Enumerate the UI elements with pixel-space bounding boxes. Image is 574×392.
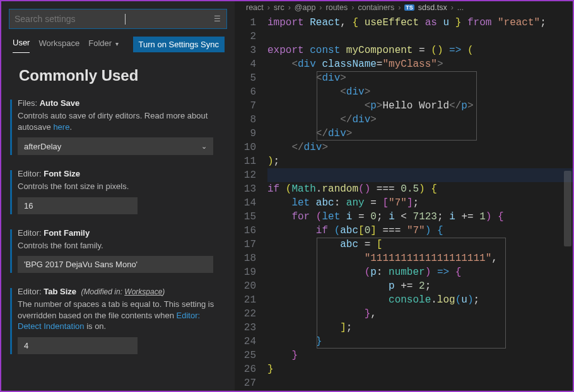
filter-icon[interactable]: ☰	[214, 14, 221, 23]
code-editor[interactable]: 1234567891011121314151617181920212223242…	[235, 13, 573, 391]
setting-desc: Controls the font size in pixels.	[18, 181, 218, 192]
chevron-right-icon: ›	[451, 3, 454, 12]
setting-autosave: Files: Auto Save Controls auto save of d…	[1, 92, 235, 163]
editor-panel: react› src› @app› routes› containers› TS…	[235, 1, 573, 391]
tabsize-input[interactable]: 4	[18, 337, 138, 354]
setting-key: Font Family	[44, 228, 90, 238]
setting-title: Editor: Font Family	[18, 228, 218, 238]
tab-folder[interactable]: Folder ▾	[88, 36, 118, 53]
chevron-down-icon: ⌄	[201, 142, 207, 151]
text-cursor	[125, 14, 126, 25]
section-title: Commonly Used	[1, 62, 235, 92]
setting-fontfamily: Editor: Font Family Controls the font fa…	[1, 222, 235, 281]
fontfamily-input[interactable]: 'BPG 2017 DejaVu Sans Mono'	[18, 256, 213, 273]
modified-indicator	[10, 288, 12, 354]
chevron-right-icon: ›	[398, 3, 401, 12]
chevron-right-icon: ›	[267, 3, 270, 12]
settings-sync-button[interactable]: Turn on Settings Sync	[133, 37, 225, 52]
setting-title: Files: Auto Save	[18, 98, 218, 108]
select-value: afterDelay	[24, 142, 61, 151]
setting-desc: Controls the font family.	[18, 240, 218, 251]
setting-category: Files:	[18, 98, 37, 108]
crumb[interactable]: containers	[358, 3, 394, 12]
setting-fontsize: Editor: Font Size Controls the font size…	[1, 163, 235, 222]
setting-category: Editor:	[18, 169, 42, 178]
settings-tabs-row: User Workspace Folder ▾ Turn on Settings…	[1, 33, 235, 53]
search-settings-input[interactable]: ☰	[9, 9, 227, 29]
modified-indicator	[10, 100, 12, 155]
chevron-right-icon: ›	[288, 3, 291, 12]
modnote-prefix: (Modified in:	[81, 287, 125, 296]
desc-text: Controls auto save of dirty editors. Rea…	[18, 111, 208, 132]
modified-indicator	[10, 229, 12, 274]
crumb-file[interactable]: sdsd.tsx	[418, 3, 447, 12]
tab-workspace[interactable]: Workspace	[38, 36, 79, 53]
setting-title: Editor: Font Size	[18, 169, 218, 178]
desc-tail: .	[69, 122, 72, 132]
crumb[interactable]: react	[246, 3, 264, 12]
setting-tabsize: Editor: Tab Size (Modified in: Workspace…	[1, 280, 235, 362]
setting-desc: The number of spaces a tab is equal to. …	[18, 299, 218, 332]
crumb[interactable]: src	[274, 3, 284, 12]
fontsize-input[interactable]: 16	[18, 197, 138, 214]
tab-user[interactable]: User	[13, 35, 30, 53]
vertical-scrollbar[interactable]	[564, 171, 571, 246]
typescript-icon: TS	[404, 4, 414, 11]
crumb-tail[interactable]: ...	[457, 3, 464, 12]
breadcrumb[interactable]: react› src› @app› routes› containers› TS…	[235, 1, 573, 13]
setting-key: Tab Size	[44, 287, 76, 296]
modified-indicator	[10, 170, 12, 214]
tab-folder-label: Folder	[88, 38, 112, 48]
settings-panel: ☰ User Workspace Folder ▾ Turn on Settin…	[1, 1, 235, 391]
code-area[interactable]: import React, { useEffect as u } from "r…	[267, 13, 573, 391]
setting-key: Font Size	[44, 169, 80, 178]
desc-tail: is on.	[85, 321, 107, 331]
autosave-doc-link[interactable]: here	[53, 122, 69, 132]
search-wrap: ☰	[1, 1, 235, 33]
setting-category: Editor:	[18, 287, 42, 296]
modified-note: (Modified in: Workspace)	[81, 287, 165, 296]
settings-scroll[interactable]: Commonly Used Files: Auto Save Controls …	[1, 53, 235, 391]
crumb[interactable]: routes	[326, 3, 348, 12]
line-gutter: 1234567891011121314151617181920212223242…	[235, 13, 267, 391]
autosave-select[interactable]: afterDelay ⌄	[18, 137, 213, 155]
app-frame: ☰ User Workspace Folder ▾ Turn on Settin…	[0, 0, 574, 392]
chevron-right-icon: ›	[351, 3, 354, 12]
modified-scope-link[interactable]: Workspace	[124, 287, 162, 296]
chevron-down-icon: ▾	[115, 40, 119, 47]
setting-category: Editor:	[18, 228, 42, 238]
modnote-suffix: )	[162, 287, 165, 296]
setting-key: Auto Save	[40, 98, 80, 108]
search-field[interactable]	[15, 14, 125, 24]
setting-desc: Controls auto save of dirty editors. Rea…	[18, 110, 218, 132]
setting-title: Editor: Tab Size (Modified in: Workspace…	[18, 287, 218, 296]
crumb[interactable]: @app	[295, 3, 316, 12]
chevron-right-icon: ›	[319, 3, 322, 12]
settings-scope-tabs: User Workspace Folder ▾	[13, 35, 119, 53]
